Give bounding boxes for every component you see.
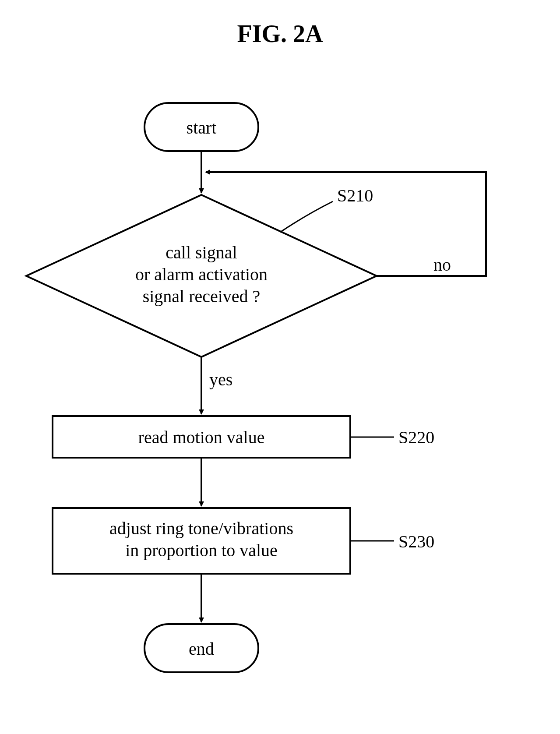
process2-line2: in proportion to value [125,540,278,560]
process1-node: read motion value [53,416,350,458]
start-node: start [144,103,258,151]
edge-yes-label: yes [209,370,232,389]
decision-line3: signal received ? [143,286,261,306]
end-node: end [144,624,258,672]
start-label: start [187,118,217,138]
decision-line1: call signal [166,243,237,262]
ref-s220: S220 [350,427,434,447]
ref-s220-label: S220 [398,427,434,447]
flowchart-canvas: start no call signal or alarm activation… [0,0,560,734]
decision-line2: or alarm activation [135,265,268,284]
edge-no-label: no [433,255,451,275]
process2-node: adjust ring tone/vibrations in proportio… [53,508,350,574]
process1-label: read motion value [138,427,265,447]
process2-line1: adjust ring tone/vibrations [109,519,293,538]
ref-s230: S230 [350,532,434,551]
end-label: end [189,639,214,659]
ref-s210-label: S210 [337,186,373,205]
ref-s230-label: S230 [398,532,434,551]
arrow-decision-to-p1: yes [201,357,232,414]
decision-node: call signal or alarm activation signal r… [26,195,377,357]
ref-s210: S210 [280,186,373,232]
